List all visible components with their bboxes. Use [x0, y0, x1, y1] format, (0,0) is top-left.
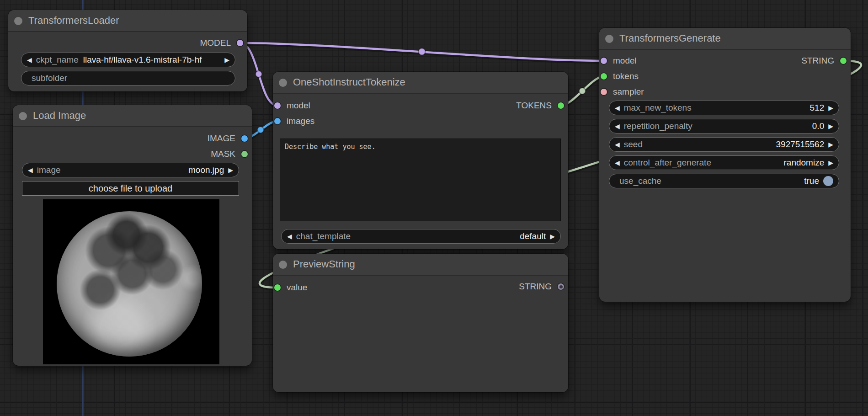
widget-value: llava-hf/llava-v1.6-mistral-7b-hf: [83, 55, 202, 65]
decrement-arrow-icon[interactable]: ◀: [27, 57, 32, 63]
moon-photo: [57, 211, 202, 357]
node-title: TransformersLoader: [28, 10, 119, 31]
link-midpoint-dot: [579, 88, 586, 94]
output-port-model[interactable]: [237, 40, 243, 46]
widget-chat-template[interactable]: ◀ chat_template default ▶: [281, 229, 561, 244]
node-title-bar: Load Image: [13, 105, 252, 127]
output-port-string[interactable]: [558, 283, 564, 290]
node-title: Load Image: [33, 105, 86, 126]
widget-label: max_new_tokens: [624, 103, 692, 113]
link-midpoint-dot: [256, 71, 262, 77]
input-port-tokens[interactable]: [601, 73, 607, 80]
collapse-toggle[interactable]: [279, 79, 287, 87]
widget-value: moon.jpg: [188, 165, 224, 175]
node-load-image[interactable]: Load Image IMAGE MASK ◀ image moon.jpg ▶…: [13, 105, 252, 366]
port-label-tokens: TOKENS: [516, 99, 552, 112]
input-port-value[interactable]: [274, 284, 281, 291]
collapse-toggle[interactable]: [279, 261, 287, 269]
image-preview: [43, 199, 219, 364]
widget-label: repetition_penalty: [624, 121, 692, 131]
output-port-string[interactable]: [840, 58, 847, 64]
increment-arrow-icon[interactable]: ▶: [828, 105, 833, 111]
choose-file-button[interactable]: choose file to upload: [22, 181, 239, 196]
widget-value: true: [804, 176, 819, 186]
widget-label: chat_template: [296, 231, 351, 241]
increment-arrow-icon[interactable]: ▶: [828, 160, 833, 166]
widget-value: default: [520, 231, 546, 241]
widget-subfolder[interactable]: subfolder: [21, 71, 235, 85]
port-label-tokens: tokens: [613, 70, 639, 83]
output-port-mask[interactable]: [241, 151, 248, 157]
widget-label: control_after_generate: [624, 158, 711, 168]
collapse-toggle[interactable]: [14, 17, 22, 25]
increment-arrow-icon[interactable]: ▶: [828, 123, 833, 129]
port-label-model: model: [287, 99, 310, 112]
collapse-toggle[interactable]: [19, 112, 27, 120]
widget-label: image: [37, 165, 61, 175]
decrement-arrow-icon[interactable]: ◀: [287, 233, 292, 240]
node-title-bar: TransformersGenerate: [599, 28, 851, 50]
output-port-image[interactable]: [241, 135, 248, 142]
widget-repetition-penalty[interactable]: ◀ repetition_penalty 0.0 ▶: [609, 119, 839, 133]
widget-max-new-tokens[interactable]: ◀ max_new_tokens 512 ▶: [609, 101, 839, 115]
widget-value: 512: [810, 103, 825, 113]
node-title: TransformersGenerate: [619, 28, 721, 49]
port-label-image: IMAGE: [208, 132, 235, 145]
increment-arrow-icon[interactable]: ▶: [228, 167, 233, 173]
node-one-shot-instruct-tokenize[interactable]: OneShotInstructTokenize model images TOK…: [273, 72, 568, 249]
node-preview-string[interactable]: PreviewString value STRING: [273, 254, 568, 392]
input-port-model[interactable]: [274, 102, 281, 109]
input-port-sampler[interactable]: [601, 89, 607, 95]
widget-value: randomize: [784, 158, 825, 168]
node-transformers-loader[interactable]: TransformersLoader MODEL ◀ ckpt_name lla…: [8, 10, 247, 91]
decrement-arrow-icon[interactable]: ◀: [615, 160, 620, 166]
port-label-model: model: [613, 54, 637, 67]
widget-control-after-generate[interactable]: ◀ control_after_generate randomize ▶: [609, 155, 839, 170]
port-label-images: images: [287, 115, 314, 128]
port-label-model: MODEL: [200, 37, 231, 49]
decrement-arrow-icon[interactable]: ◀: [615, 141, 620, 148]
collapse-toggle[interactable]: [605, 35, 613, 43]
node-title-bar: PreviewString: [273, 254, 568, 276]
port-label-string: STRING: [519, 280, 552, 293]
widget-label: subfolder: [32, 73, 67, 83]
port-label-value: value: [287, 281, 307, 294]
port-label-mask: MASK: [211, 148, 235, 160]
widget-seed[interactable]: ◀ seed 3927515562 ▶: [609, 137, 839, 152]
increment-arrow-icon[interactable]: ▶: [828, 141, 833, 148]
node-transformers-generate[interactable]: TransformersGenerate model tokens sample…: [599, 28, 851, 302]
widget-value: 0.0: [812, 121, 824, 131]
port-label-string: STRING: [801, 54, 834, 67]
widget-image[interactable]: ◀ image moon.jpg ▶: [22, 163, 239, 177]
output-port-tokens[interactable]: [558, 102, 564, 109]
node-title: PreviewString: [293, 254, 355, 275]
widget-value: 3927515562: [776, 139, 825, 149]
increment-arrow-icon[interactable]: ▶: [550, 233, 555, 240]
decrement-arrow-icon[interactable]: ◀: [615, 123, 620, 129]
input-port-model[interactable]: [601, 58, 607, 64]
port-label-sampler: sampler: [613, 85, 644, 98]
node-title: OneShotInstructTokenize: [293, 72, 405, 93]
choose-file-label: choose file to upload: [89, 183, 172, 194]
decrement-arrow-icon[interactable]: ◀: [28, 167, 33, 173]
node-title-bar: TransformersLoader: [8, 10, 247, 32]
widget-label: use_cache: [619, 176, 661, 186]
widget-ckpt-name[interactable]: ◀ ckpt_name llava-hf/llava-v1.6-mistral-…: [21, 53, 235, 67]
widget-label: seed: [624, 139, 643, 149]
widget-use-cache[interactable]: use_cache true: [609, 174, 839, 188]
input-port-images[interactable]: [274, 118, 281, 124]
graph-canvas[interactable]: TransformersLoader MODEL ◀ ckpt_name lla…: [0, 0, 868, 416]
prompt-textarea[interactable]: Describe what you see.: [280, 139, 561, 221]
link-midpoint-dot: [419, 48, 426, 55]
increment-arrow-icon[interactable]: ▶: [224, 57, 229, 63]
link-midpoint-dot: [257, 127, 264, 133]
node-title-bar: OneShotInstructTokenize: [273, 72, 568, 94]
toggle-knob[interactable]: [823, 176, 833, 186]
widget-label: ckpt_name: [36, 55, 79, 65]
decrement-arrow-icon[interactable]: ◀: [615, 105, 620, 111]
